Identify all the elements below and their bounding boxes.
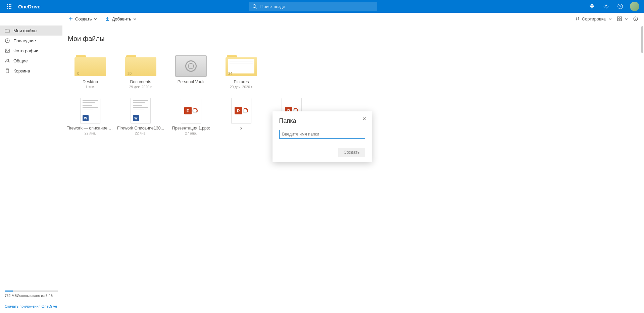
svg-point-0 (253, 5, 256, 8)
page-title: Мои файлы (68, 35, 644, 43)
svg-rect-9 (617, 17, 619, 18)
nav-my-files[interactable]: Мои файлы (0, 25, 62, 36)
view-button[interactable] (617, 16, 629, 21)
storage-text: 782 МБИспользовано из 5 ГБ (5, 294, 58, 298)
nav-label: Фотографии (13, 48, 38, 53)
premium-icon[interactable] (586, 0, 598, 13)
file-date: 27 апр. (166, 131, 216, 135)
file-date: 1 янв. (65, 85, 115, 89)
file-item[interactable]: 34Pictures29 дек. 2020 г. (216, 52, 266, 89)
docx-icon: W (131, 98, 150, 123)
info-button[interactable] (633, 16, 638, 21)
help-icon[interactable] (614, 0, 627, 13)
vault-icon (175, 55, 207, 77)
dialog-create-button[interactable]: Создать (338, 148, 365, 157)
image-icon (5, 48, 10, 53)
svg-point-7 (6, 59, 7, 60)
nav: Мои файлы Последние Фотографии Общие Кор… (0, 13, 62, 286)
svg-rect-11 (617, 19, 619, 21)
file-item[interactable]: WFirework — описание д...22 янв. (65, 98, 115, 135)
chevron-down-icon (93, 16, 98, 21)
toolbar: Создать Добавить Сортировка (62, 13, 644, 25)
main: Создать Добавить Сортировка (62, 13, 644, 313)
chevron-down-icon (608, 16, 612, 21)
chevron-down-icon (624, 16, 629, 21)
file-name: Pictures (216, 80, 266, 84)
grid-view-icon (617, 16, 622, 21)
file-name: Desktop (65, 80, 115, 84)
folder-icon (5, 28, 10, 33)
upload-label: Добавить (112, 16, 131, 21)
nav-photos[interactable]: Фотографии (0, 46, 62, 56)
settings-icon[interactable] (600, 0, 612, 13)
file-name: Firework Описание130... (115, 126, 166, 131)
scrollbar[interactable] (641, 26, 643, 53)
file-name: Documents (115, 80, 166, 84)
people-icon (5, 58, 10, 63)
sort-label: Сортировка (582, 16, 606, 21)
chevron-down-icon (133, 16, 137, 21)
plus-icon (68, 16, 73, 21)
brand-label[interactable]: OneDrive (18, 4, 41, 9)
header: OneDrive (0, 0, 644, 13)
file-name: Personal Vault (166, 80, 216, 84)
header-right (586, 0, 641, 13)
docx-icon: W (81, 98, 100, 123)
pptx-icon: P (232, 98, 251, 123)
info-icon (633, 16, 638, 21)
sidebar: Мои файлы Последние Фотографии Общие Кор… (0, 13, 62, 313)
dialog-close-button[interactable]: ✕ (360, 115, 368, 123)
file-item[interactable]: Px (216, 98, 266, 135)
file-item[interactable]: 20Documents29 дек. 2020 г. (115, 52, 166, 89)
nav-label: Общие (13, 58, 28, 63)
folder-icon: 20 (125, 55, 156, 77)
svg-rect-12 (620, 19, 622, 21)
file-item[interactable]: PПрезентация 1.pptx27 апр. (166, 98, 216, 135)
file-item[interactable]: Personal Vault (166, 52, 216, 89)
pptx-icon: P (181, 98, 201, 123)
nav-label: Корзина (13, 68, 30, 73)
create-label: Создать (75, 16, 92, 21)
storage-bar (5, 291, 58, 292)
file-name: Firework — описание д... (65, 126, 115, 131)
clock-icon (5, 38, 10, 43)
svg-point-2 (605, 5, 607, 7)
nav-label: Последние (13, 38, 36, 43)
dialog-title: Папка (279, 117, 365, 124)
download-apps-link[interactable]: Скачать приложения OneDrive (5, 304, 58, 308)
file-name: x (216, 126, 266, 131)
sort-button[interactable]: Сортировка (575, 16, 612, 21)
nav-shared[interactable]: Общие (0, 56, 62, 66)
nav-label: Мои файлы (13, 28, 37, 33)
svg-line-1 (255, 7, 257, 9)
folder-icon: 34 (226, 55, 257, 77)
file-date: 22 янв. (115, 131, 166, 135)
search-box[interactable] (249, 2, 377, 11)
file-name: Презентация 1.pptx (166, 126, 216, 131)
svg-point-6 (6, 50, 7, 50)
folder-name-input[interactable] (279, 130, 365, 139)
trash-icon (5, 68, 10, 73)
upload-button[interactable]: Добавить (105, 16, 139, 21)
search-input[interactable] (260, 4, 374, 9)
file-date: 22 янв. (65, 131, 115, 135)
sidebar-footer: 782 МБИспользовано из 5 ГБ Скачать прило… (0, 286, 62, 313)
nav-trash[interactable]: Корзина (0, 66, 62, 76)
user-avatar[interactable] (630, 2, 639, 11)
sort-icon (575, 16, 580, 21)
file-item[interactable]: WFirework Описание130...22 янв. (115, 98, 166, 135)
nav-recent[interactable]: Последние (0, 36, 62, 46)
new-folder-dialog: ✕ Папка Создать (273, 111, 372, 162)
svg-point-8 (8, 59, 9, 61)
file-date: 29 дек. 2020 г. (216, 85, 266, 89)
file-date: 29 дек. 2020 г. (115, 85, 166, 89)
file-item[interactable]: 0Desktop1 янв. (65, 52, 115, 89)
create-button[interactable]: Создать (68, 16, 100, 21)
search-icon (252, 4, 257, 9)
app-launcher-icon[interactable] (3, 0, 15, 13)
folder-icon: 0 (75, 55, 106, 77)
upload-icon (105, 16, 110, 21)
svg-rect-10 (620, 17, 622, 18)
